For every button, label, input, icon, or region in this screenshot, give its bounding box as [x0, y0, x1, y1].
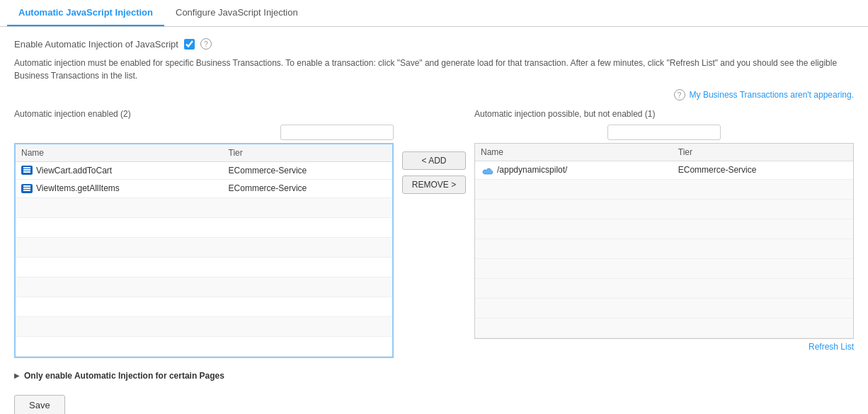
tab-configure-injection[interactable]: Configure JavaScript Injection: [164, 0, 309, 26]
table-row: [16, 336, 392, 356]
table-row: [475, 199, 853, 219]
right-table: Name Tier /appdynamicspilot/ECommerce-Se…: [475, 144, 853, 338]
left-search-input[interactable]: [280, 125, 394, 140]
table-row: [16, 197, 392, 217]
enable-label: Enable Automatic Injection of JavaScript: [14, 39, 178, 50]
transfer-panels: Automatic injection enabled (2) 🔍 Name T…: [14, 109, 854, 358]
left-table-container: Name Tier ViewCart.addToCartECommerce-Se…: [14, 143, 394, 358]
right-row-name: /appdynamicspilot/: [475, 161, 673, 180]
left-panel-title: Automatic injection enabled (2): [14, 109, 394, 119]
transfer-buttons: < ADD REMOVE >: [394, 151, 474, 194]
table-row: [16, 237, 392, 257]
right-panel: Automatic injection possible, but not en…: [474, 109, 854, 352]
monitor-icon: [21, 184, 33, 193]
table-row[interactable]: ViewItems.getAllItemsECommerce-Service: [16, 180, 392, 197]
right-search-bar: 🔍: [474, 125, 854, 140]
enable-row: Enable Automatic Injection of JavaScript…: [14, 38, 854, 50]
left-col-tier: Tier: [223, 144, 392, 162]
table-row: [475, 298, 853, 318]
remove-button[interactable]: REMOVE >: [402, 176, 466, 194]
left-search-bar: 🔍: [14, 125, 394, 140]
right-row-tier: ECommerce-Service: [673, 161, 853, 180]
right-table-container: Name Tier /appdynamicspilot/ECommerce-Se…: [474, 143, 854, 339]
left-col-name: Name: [16, 144, 223, 162]
help-link[interactable]: My Business Transactions aren't appearin…: [690, 90, 854, 100]
monitor-icon: [21, 166, 33, 175]
right-search-input[interactable]: [607, 125, 721, 140]
table-row: [475, 238, 853, 258]
enable-checkbox[interactable]: [184, 39, 195, 50]
expand-triangle-icon: ▶: [14, 372, 20, 379]
table-row: [475, 278, 853, 298]
left-row-name: ViewItems.getAllItems: [16, 180, 223, 197]
refresh-link-row: Refresh List: [474, 342, 854, 352]
info-text: Automatic injection must be enabled for …: [14, 57, 854, 82]
help-link-row: ? My Business Transactions aren't appear…: [14, 89, 854, 100]
table-row[interactable]: ViewCart.addToCartECommerce-Service: [16, 162, 392, 180]
table-row: [16, 217, 392, 237]
cloud-icon: [481, 166, 493, 176]
table-row: [475, 318, 853, 338]
table-row: [475, 219, 853, 238]
bottom-section: ▶ Only enable Automatic Injection for ce…: [14, 368, 854, 384]
table-row: [16, 316, 392, 336]
left-row-tier: ECommerce-Service: [223, 162, 392, 180]
right-panel-title: Automatic injection possible, but not en…: [474, 109, 854, 119]
table-row: [16, 277, 392, 297]
table-row[interactable]: /appdynamicspilot/ECommerce-Service: [475, 161, 853, 180]
table-row: [16, 257, 392, 277]
tab-auto-injection[interactable]: Automatic JavaScript Injection: [7, 0, 164, 26]
tabs-bar: Automatic JavaScript Injection Configure…: [0, 0, 868, 27]
add-button[interactable]: < ADD: [402, 151, 466, 170]
left-row-tier: ECommerce-Service: [223, 180, 392, 197]
enable-info-icon[interactable]: ?: [200, 38, 212, 50]
left-table: Name Tier ViewCart.addToCartECommerce-Se…: [16, 144, 392, 357]
table-row: [475, 258, 853, 278]
refresh-link[interactable]: Refresh List: [809, 342, 854, 352]
right-col-tier: Tier: [673, 144, 853, 161]
expand-row[interactable]: ▶ Only enable Automatic Injection for ce…: [14, 368, 854, 384]
expand-label: Only enable Automatic Injection for cert…: [24, 371, 224, 381]
help-link-icon: ?: [674, 89, 685, 100]
table-row: [475, 179, 853, 199]
left-panel: Automatic injection enabled (2) 🔍 Name T…: [14, 109, 394, 358]
save-button[interactable]: Save: [14, 395, 65, 414]
main-content: Enable Automatic Injection of JavaScript…: [0, 27, 868, 414]
left-row-name: ViewCart.addToCart: [16, 162, 223, 180]
table-row: [16, 297, 392, 316]
right-col-name: Name: [475, 144, 673, 161]
